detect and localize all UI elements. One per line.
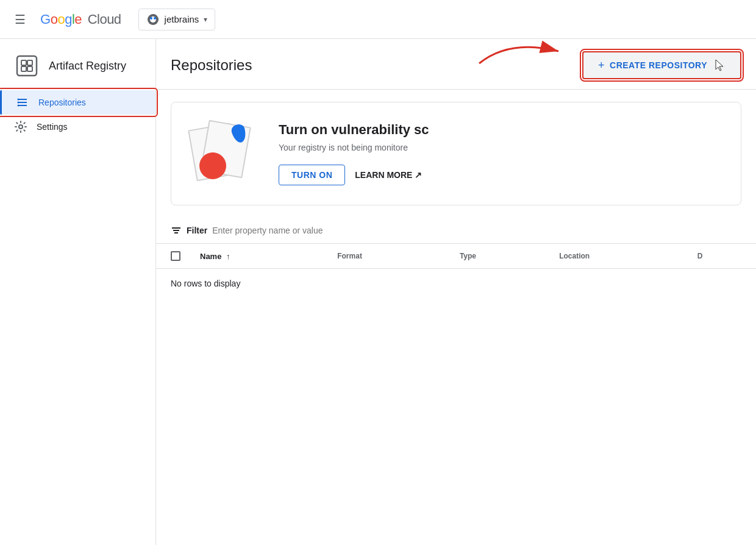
sort-arrow-icon: ↑: [226, 252, 230, 261]
empty-message: No rows to display: [156, 269, 756, 299]
vuln-body: Your registry is not being monitore: [279, 143, 429, 152]
turn-on-button[interactable]: TURN ON: [279, 165, 345, 185]
project-name: jetbrains: [165, 14, 199, 24]
svg-point-2: [150, 17, 152, 20]
page-title: Repositories: [171, 57, 252, 74]
vuln-heading: Turn on vulnerability sc: [279, 122, 429, 138]
select-column-header: [156, 244, 190, 269]
name-column-header[interactable]: Name ↑: [190, 244, 327, 269]
annotation-arrow: [473, 39, 571, 69]
create-btn-wrapper: + CREATE REPOSITORY: [582, 51, 741, 79]
artifact-registry-logo: [15, 54, 39, 78]
svg-rect-5: [21, 60, 26, 65]
svg-point-14: [18, 105, 20, 107]
create-repository-button[interactable]: + CREATE REPOSITORY: [582, 51, 741, 79]
content-area: Repositories + CREATE REPOSITORY: [156, 39, 756, 545]
vulnerability-text: Turn on vulnerability sc Your registry i…: [279, 122, 429, 185]
list-icon: [16, 96, 29, 109]
learn-more-link[interactable]: LEARN MORE ↗: [355, 170, 422, 180]
svg-point-12: [18, 99, 20, 101]
extra-column-header: D: [688, 244, 756, 269]
vulnerability-illustration: [186, 117, 259, 190]
main-layout: Artifact Registry Repositories: [0, 39, 756, 545]
svg-rect-6: [27, 60, 32, 65]
project-icon: [146, 13, 160, 26]
settings-icon: [15, 121, 27, 133]
svg-point-3: [154, 17, 156, 20]
sidebar-item-settings[interactable]: Settings: [0, 115, 155, 139]
svg-rect-7: [21, 66, 26, 71]
format-column-header[interactable]: Format: [327, 244, 450, 269]
svg-point-13: [18, 102, 20, 104]
plus-icon: +: [598, 59, 605, 72]
sidebar-nav: Repositories Settings: [0, 90, 155, 139]
sidebar: Artifact Registry Repositories: [0, 39, 156, 545]
table-header-row: Name ↑ Format Type Location D: [156, 244, 756, 269]
topbar: ☰ Google Cloud jetbrains ▾: [0, 0, 756, 39]
select-all-checkbox[interactable]: [171, 251, 180, 261]
repositories-label: Repositories: [38, 98, 86, 107]
repositories-table: Name ↑ Format Type Location D No rows to…: [156, 244, 756, 298]
settings-label: Settings: [37, 122, 68, 132]
svg-rect-4: [17, 56, 37, 76]
project-selector[interactable]: jetbrains ▾: [138, 9, 216, 30]
project-dropdown-arrow: ▾: [204, 15, 207, 24]
filter-input[interactable]: [212, 226, 741, 235]
red-circle-shape: [199, 152, 226, 179]
sidebar-item-repositories[interactable]: Repositories: [0, 90, 155, 115]
vuln-actions: TURN ON LEARN MORE ↗: [279, 165, 429, 185]
content-header: Repositories + CREATE REPOSITORY: [156, 39, 756, 90]
empty-state-row: No rows to display: [156, 269, 756, 299]
vulnerability-banner: Turn on vulnerability sc Your registry i…: [171, 102, 741, 205]
type-column-header[interactable]: Type: [450, 244, 549, 269]
create-btn-label: CREATE REPOSITORY: [610, 60, 707, 70]
filter-bar: Filter: [156, 218, 756, 244]
svg-rect-8: [27, 66, 32, 71]
filter-icon: [171, 225, 182, 236]
filter-label: Filter: [187, 226, 207, 235]
sidebar-header: Artifact Registry: [0, 44, 155, 90]
svg-point-15: [19, 125, 23, 129]
location-column-header[interactable]: Location: [549, 244, 687, 269]
cursor-icon: [715, 59, 726, 72]
hamburger-menu[interactable]: ☰: [10, 7, 30, 32]
sidebar-title: Artifact Registry: [49, 60, 126, 73]
google-cloud-logo: Google Cloud: [40, 12, 121, 27]
